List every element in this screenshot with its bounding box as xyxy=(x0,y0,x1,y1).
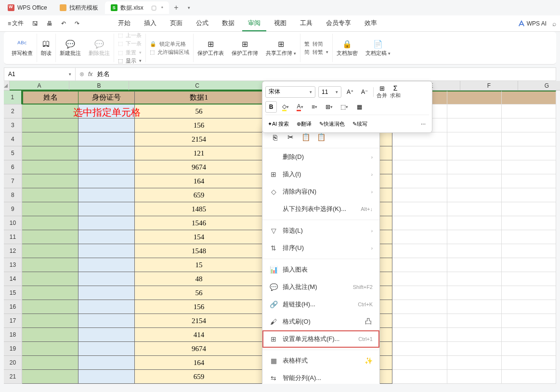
lock-cell-button[interactable]: 🔒 锁定单元格 xyxy=(150,40,189,48)
cell[interactable] xyxy=(78,300,135,314)
tab-member[interactable]: 会员专享 xyxy=(320,16,357,31)
cell[interactable] xyxy=(447,160,502,174)
to-simplified-button[interactable]: 繁 转简 xyxy=(304,40,328,48)
cell[interactable] xyxy=(392,314,447,328)
cell[interactable] xyxy=(392,272,447,286)
cell[interactable] xyxy=(392,202,447,216)
cell[interactable] xyxy=(502,370,556,384)
col-header-c[interactable]: C xyxy=(129,81,266,91)
encrypt-button[interactable]: 🔒 文档加密 xyxy=(337,39,358,57)
ctx-table-style[interactable]: ▦ 表格样式 ✨ xyxy=(262,352,379,369)
cell[interactable] xyxy=(447,202,502,216)
font-select[interactable]: 宋体▾ xyxy=(265,86,315,98)
cell[interactable] xyxy=(78,188,135,202)
font-color-button[interactable]: A▾ xyxy=(294,101,306,113)
cell[interactable] xyxy=(447,230,502,244)
allow-edit-button[interactable]: ⬚ 允许编辑区域 xyxy=(150,49,189,56)
font-size-select[interactable]: 11▾ xyxy=(318,86,341,98)
share-book-button[interactable]: ⊞ 共享工作簿 ▾ xyxy=(266,39,296,57)
row-header[interactable]: 10 xyxy=(4,216,22,230)
cancel-icon[interactable]: ⊗ xyxy=(79,71,84,78)
cell[interactable] xyxy=(447,188,502,202)
border-button[interactable]: ⊞▾ xyxy=(323,101,335,113)
tab-review[interactable]: 审阅 xyxy=(242,16,266,31)
cell[interactable] xyxy=(22,188,78,202)
cell[interactable] xyxy=(502,91,556,105)
row-header[interactable]: 20 xyxy=(4,356,22,370)
cell[interactable] xyxy=(502,105,556,118)
redo-icon[interactable]: ↷ xyxy=(71,18,83,29)
cell[interactable] xyxy=(502,132,556,146)
cell[interactable]: 姓名 xyxy=(22,91,78,105)
cell[interactable] xyxy=(22,286,78,300)
ctx-insert-comment[interactable]: 💬 插入批注(M) Shift+F2 xyxy=(262,278,379,296)
cell[interactable]: 121 xyxy=(135,146,264,160)
cell[interactable] xyxy=(447,174,502,188)
row-header[interactable]: 21 xyxy=(4,370,22,384)
cell[interactable] xyxy=(22,356,78,370)
cell[interactable] xyxy=(502,356,556,370)
col-header-g[interactable]: G xyxy=(518,81,560,91)
row-header[interactable]: 16 xyxy=(4,300,22,314)
cell[interactable] xyxy=(447,272,502,286)
merge-cells-icon[interactable]: ⊞ xyxy=(379,85,385,92)
cell[interactable] xyxy=(392,230,447,244)
more-button[interactable]: ··· xyxy=(417,118,429,130)
protect-sheet-button[interactable]: ⊞ 保护工作表 xyxy=(197,39,224,57)
cell[interactable] xyxy=(22,328,78,342)
cell[interactable]: 48 xyxy=(135,272,264,286)
cell[interactable] xyxy=(78,160,135,174)
cell[interactable] xyxy=(447,328,502,342)
ai-search-button[interactable]: ✦ AI 搜索 xyxy=(265,118,291,130)
tab-more-icon[interactable]: • xyxy=(161,4,163,11)
row-header[interactable]: 12 xyxy=(4,244,22,258)
cell[interactable] xyxy=(392,342,447,356)
cell[interactable] xyxy=(392,258,447,272)
tab-page[interactable]: 页面 xyxy=(164,16,188,31)
cell[interactable] xyxy=(502,188,556,202)
wps-ai-button[interactable]: WPS AI xyxy=(518,20,547,27)
cell[interactable] xyxy=(22,174,78,188)
cell[interactable] xyxy=(22,258,78,272)
cell[interactable] xyxy=(22,216,78,230)
cell[interactable] xyxy=(78,342,135,356)
cell[interactable]: 156 xyxy=(135,118,264,132)
cell[interactable] xyxy=(22,202,78,216)
cell[interactable]: 659 xyxy=(135,188,264,202)
ctx-hyperlink[interactable]: 🔗 超链接(H)... Ctrl+K xyxy=(262,296,379,313)
cell[interactable] xyxy=(78,216,135,230)
ctx-smart-split[interactable]: ⇆ 智能分列(A)... xyxy=(262,369,379,384)
row-header[interactable]: 15 xyxy=(4,286,22,300)
cell[interactable] xyxy=(447,118,502,132)
cell[interactable] xyxy=(447,370,502,384)
cell[interactable]: 2154 xyxy=(135,132,264,146)
col-header-a[interactable]: A xyxy=(10,81,69,91)
cell[interactable] xyxy=(78,146,135,160)
tab-tools[interactable]: 工具 xyxy=(294,16,318,31)
row-header[interactable]: 5 xyxy=(4,146,22,160)
row-header[interactable]: 2 xyxy=(4,105,22,118)
ctx-insert-chart[interactable]: 📊 插入图表 xyxy=(262,261,379,278)
cell[interactable] xyxy=(22,230,78,244)
to-traditional-button[interactable]: 简 转繁 ▾ xyxy=(304,49,328,56)
cell[interactable] xyxy=(502,216,556,230)
cell[interactable] xyxy=(502,272,556,286)
cell[interactable] xyxy=(22,300,78,314)
cell[interactable]: 1485 xyxy=(135,202,264,216)
cell[interactable]: 9674 xyxy=(135,160,264,174)
cell[interactable] xyxy=(22,370,78,384)
new-comment-button[interactable]: 💬 新建批注 xyxy=(60,39,81,57)
cell[interactable] xyxy=(502,174,556,188)
ctx-filter[interactable]: ▽ 筛选(L) › xyxy=(262,222,379,239)
ctx-cell-format[interactable]: ⊞ 设置单元格格式(F)... Ctrl+1 xyxy=(262,330,379,348)
cell[interactable] xyxy=(447,216,502,230)
cell[interactable] xyxy=(78,244,135,258)
cell[interactable] xyxy=(78,314,135,328)
cell[interactable] xyxy=(447,91,502,105)
row-header[interactable]: 11 xyxy=(4,230,22,244)
cell[interactable] xyxy=(78,174,135,188)
tab-formula[interactable]: 公式 xyxy=(190,16,214,31)
row-header[interactable]: 8 xyxy=(4,188,22,202)
cell[interactable] xyxy=(447,356,502,370)
tab-wps-office[interactable]: WPS Office xyxy=(2,1,53,14)
